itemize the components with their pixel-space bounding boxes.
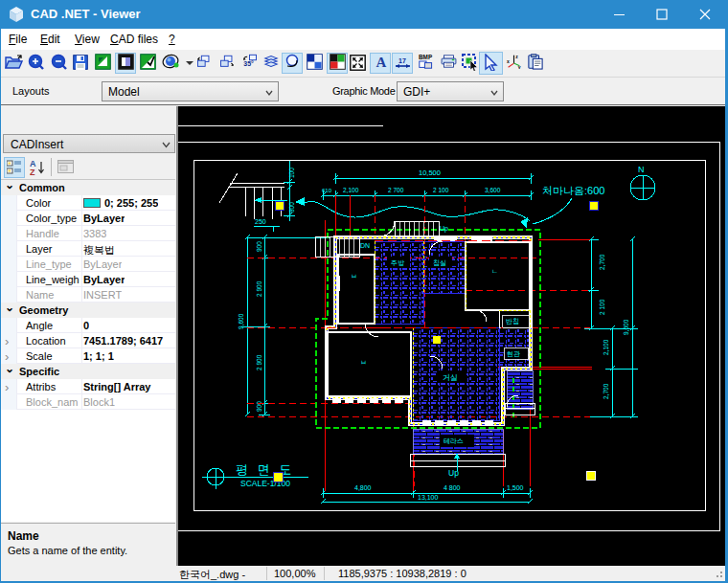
svg-text:2,100: 2,100 bbox=[343, 187, 359, 193]
svg-text:3,600: 3,600 bbox=[485, 187, 501, 193]
svg-text:거실: 거실 bbox=[443, 373, 458, 382]
svg-text:2,100: 2,100 bbox=[603, 339, 609, 355]
svg-text:Up: Up bbox=[448, 468, 459, 478]
svg-text:4,800: 4,800 bbox=[354, 484, 372, 491]
svg-text:9,600: 9,600 bbox=[238, 313, 244, 329]
svg-text:반침: 반침 bbox=[506, 318, 519, 325]
svg-text:Z: Z bbox=[30, 168, 35, 176]
svg-text:z: z bbox=[515, 54, 518, 59]
svg-text:35°: 35° bbox=[243, 60, 254, 67]
svg-text:2 100: 2 100 bbox=[433, 187, 449, 193]
svg-text:N: N bbox=[638, 165, 645, 174]
svg-text:2 100: 2 100 bbox=[599, 299, 605, 315]
svg-text:10,500: 10,500 bbox=[419, 168, 441, 177]
svg-text:100: 100 bbox=[288, 168, 295, 178]
svg-text:250: 250 bbox=[255, 218, 266, 225]
svg-text:침실: 침실 bbox=[433, 259, 446, 266]
svg-text:2 900: 2 900 bbox=[256, 354, 262, 370]
svg-text:900: 900 bbox=[256, 241, 262, 252]
svg-text:처마나옴:600: 처마나옴:600 bbox=[542, 185, 604, 196]
svg-text:Up: Up bbox=[440, 225, 448, 233]
svg-text:BMP: BMP bbox=[419, 54, 433, 60]
svg-text:y: y bbox=[518, 64, 521, 69]
svg-text:2 700: 2 700 bbox=[388, 187, 404, 193]
svg-text:테라스: 테라스 bbox=[444, 437, 464, 444]
svg-text:2,700: 2,700 bbox=[603, 383, 609, 399]
svg-text:ㅂ: ㅂ bbox=[360, 359, 367, 366]
svg-text:900: 900 bbox=[256, 401, 262, 412]
svg-text:9,600: 9,600 bbox=[623, 319, 629, 335]
svg-text:800: 800 bbox=[288, 202, 295, 213]
svg-text:1,500: 1,500 bbox=[507, 484, 524, 491]
svg-text:13,100: 13,100 bbox=[418, 494, 439, 501]
svg-text:평 면 도: 평 면 도 bbox=[236, 462, 294, 477]
svg-text:DN: DN bbox=[360, 242, 370, 249]
svg-text:ㅂ: ㅂ bbox=[351, 273, 357, 280]
svg-text:현관: 현관 bbox=[507, 350, 520, 357]
svg-text:4 800: 4 800 bbox=[444, 484, 461, 491]
svg-text:주방: 주방 bbox=[391, 259, 405, 266]
svg-text:2,700: 2,700 bbox=[599, 254, 605, 270]
svg-text:610: 610 bbox=[322, 188, 332, 193]
svg-text:17: 17 bbox=[398, 57, 406, 64]
svg-text:x: x bbox=[507, 58, 510, 64]
svg-text:2 900: 2 900 bbox=[256, 280, 262, 297]
svg-text:ㄴ: ㄴ bbox=[491, 268, 498, 275]
